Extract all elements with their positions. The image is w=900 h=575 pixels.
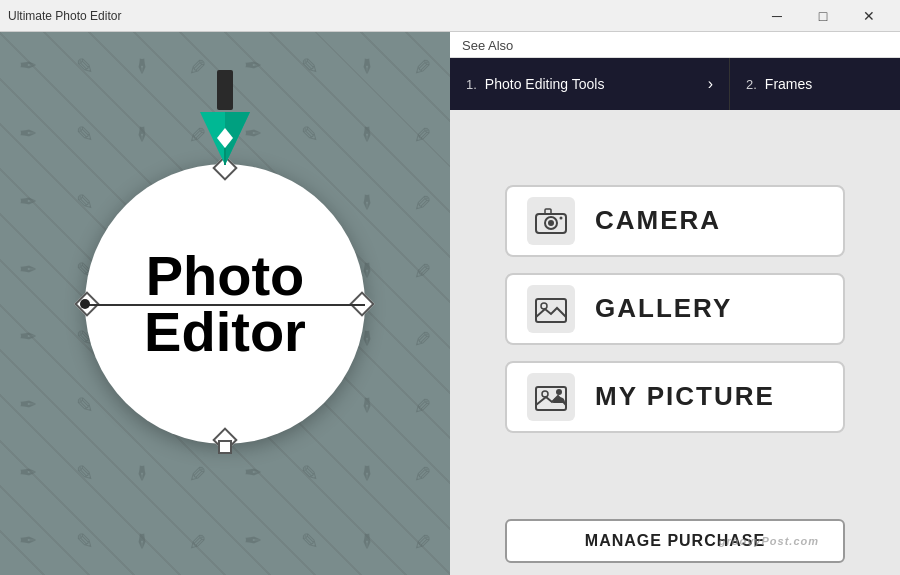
left-panel: ✒✏✒✏✒✏✒✏✒✏✒✏✒✏✒✏✒✏✒✏✒✏✒✏✒✏✒✏✒✏✒✏✒✏✒✏✒✏✒✏… [0, 32, 450, 575]
pen-nib-icon [190, 70, 260, 170]
svg-point-9 [560, 216, 563, 219]
my-picture-button[interactable]: MY PICTURE [505, 361, 845, 433]
svg-rect-0 [217, 70, 233, 110]
titlebar-title: Ultimate Photo Editor [8, 9, 121, 23]
gallery-button[interactable]: GALLERY [505, 273, 845, 345]
buttons-area: CAMERA GALLERY [450, 110, 900, 507]
svg-point-11 [541, 303, 547, 309]
manage-purchase-button[interactable]: MANAGE PURCHASE groovyPost.com [505, 519, 845, 563]
logo-text-line1: Photo [146, 248, 305, 304]
chevron-right-icon: › [708, 75, 713, 93]
manage-purchase-label: MANAGE PURCHASE [585, 532, 765, 550]
logo-text-line2: Editor [144, 304, 306, 360]
svg-point-7 [548, 220, 554, 226]
svg-rect-8 [545, 209, 551, 214]
svg-point-14 [556, 389, 562, 395]
my-picture-icon [527, 373, 575, 421]
titlebar-controls: ─ □ ✕ [754, 0, 892, 32]
bottom-bar: MANAGE PURCHASE groovyPost.com [450, 507, 900, 575]
my-picture-label: MY PICTURE [595, 381, 775, 412]
see-also-text-1: Photo Editing Tools [485, 76, 605, 92]
see-also-item-1[interactable]: 1. Photo Editing Tools › [450, 58, 730, 110]
svg-rect-10 [536, 299, 566, 322]
minimize-button[interactable]: ─ [754, 0, 800, 32]
right-panel: See Also 1. Photo Editing Tools › 2. Fra… [450, 32, 900, 575]
gallery-label: GALLERY [595, 293, 732, 324]
main-content: ✒✏✒✏✒✏✒✏✒✏✒✏✒✏✒✏✒✏✒✏✒✏✒✏✒✏✒✏✒✏✒✏✒✏✒✏✒✏✒✏… [0, 32, 900, 575]
see-also-num-2: 2. [746, 77, 757, 92]
titlebar: Ultimate Photo Editor ─ □ ✕ [0, 0, 900, 32]
see-also-text-2: Frames [765, 76, 812, 92]
close-button[interactable]: ✕ [846, 0, 892, 32]
camera-label: CAMERA [595, 205, 721, 236]
see-also-items: 1. Photo Editing Tools › 2. Frames [450, 58, 900, 110]
camera-button[interactable]: CAMERA [505, 185, 845, 257]
handle-square-bottom [218, 440, 232, 454]
camera-icon [527, 197, 575, 245]
handle-line-horizontal [85, 304, 365, 306]
see-also-num-1: 1. [466, 77, 477, 92]
maximize-button[interactable]: □ [800, 0, 846, 32]
svg-point-13 [542, 391, 548, 397]
gallery-icon [527, 285, 575, 333]
pen-nib-container [190, 70, 260, 174]
handle-dot-left [80, 299, 90, 309]
see-also-label: See Also [450, 32, 900, 58]
see-also-item-2[interactable]: 2. Frames [730, 58, 828, 110]
